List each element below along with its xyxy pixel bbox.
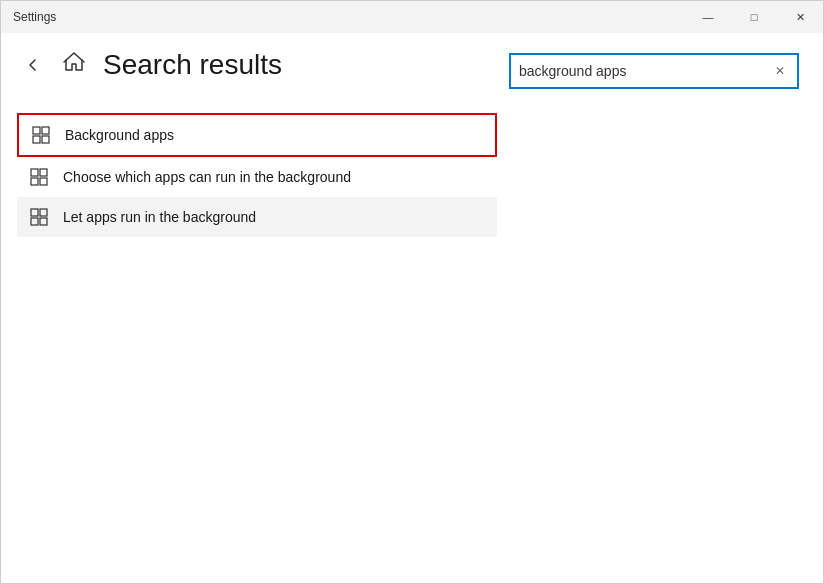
result-item-let-apps[interactable]: Let apps run in the background (17, 197, 497, 237)
close-button[interactable]: ✕ (777, 1, 823, 33)
svg-rect-3 (42, 136, 49, 143)
svg-rect-4 (31, 169, 38, 176)
result-label-1: Choose which apps can run in the backgro… (63, 169, 351, 185)
result-label-2: Let apps run in the background (63, 209, 256, 225)
title-bar-controls: — □ ✕ (685, 1, 823, 33)
main-content: Search results ✕ (1, 33, 823, 583)
top-bar: Search results ✕ (1, 33, 823, 105)
svg-rect-0 (33, 127, 40, 134)
result-item-choose-apps[interactable]: Choose which apps can run in the backgro… (17, 157, 497, 197)
back-arrow-icon (25, 57, 41, 73)
home-icon (61, 49, 87, 81)
result-icon-2 (29, 207, 49, 227)
settings-window: Settings — □ ✕ (0, 0, 824, 584)
title-bar: Settings — □ ✕ (1, 1, 823, 33)
home-icon-title: Search results (61, 49, 282, 81)
search-clear-button[interactable]: ✕ (771, 62, 789, 80)
settings-page-icon-2 (30, 208, 48, 226)
search-box: ✕ (509, 53, 799, 89)
content-area: Search results ✕ (1, 33, 823, 583)
back-button[interactable] (17, 49, 49, 81)
title-bar-title: Settings (13, 10, 56, 24)
svg-rect-8 (31, 209, 38, 216)
settings-page-icon-0 (32, 126, 50, 144)
minimize-button[interactable]: — (685, 1, 731, 33)
result-label-0: Background apps (65, 127, 174, 143)
svg-rect-7 (40, 178, 47, 185)
maximize-button[interactable]: □ (731, 1, 777, 33)
svg-rect-10 (31, 218, 38, 225)
result-icon-0 (31, 125, 51, 145)
settings-page-icon-1 (30, 168, 48, 186)
search-input[interactable] (519, 63, 771, 79)
svg-rect-2 (33, 136, 40, 143)
svg-rect-5 (40, 169, 47, 176)
result-icon-1 (29, 167, 49, 187)
svg-rect-6 (31, 178, 38, 185)
result-item-background-apps[interactable]: Background apps (17, 113, 497, 157)
svg-rect-11 (40, 218, 47, 225)
results-list: Background apps Choose which apps can ru… (1, 113, 823, 237)
page-title: Search results (103, 49, 282, 81)
svg-rect-1 (42, 127, 49, 134)
nav-and-title: Search results (17, 49, 282, 81)
search-box-container: ✕ (509, 53, 799, 89)
svg-rect-9 (40, 209, 47, 216)
title-bar-left: Settings (13, 10, 56, 24)
